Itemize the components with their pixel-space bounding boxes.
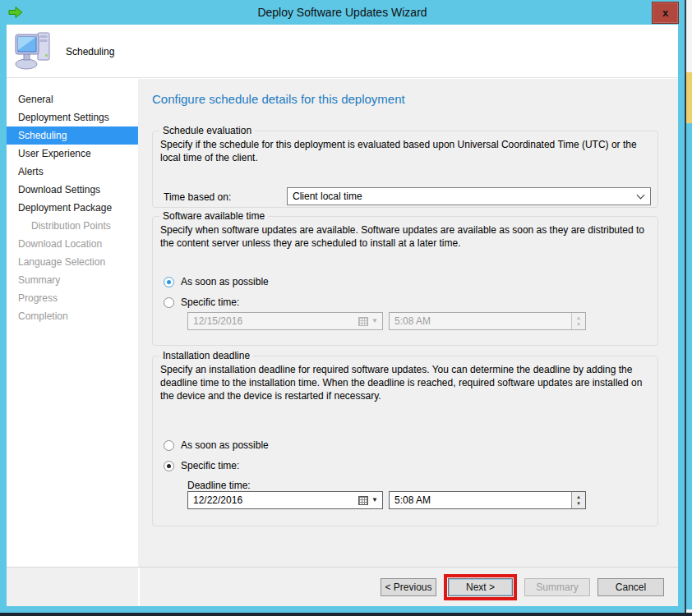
spinner-up-icon: ▴ (577, 494, 580, 500)
sidebar-item-distribution-points: Distribution Points (7, 217, 138, 235)
available-date-picker: 12/15/2016 ▼ (187, 312, 383, 330)
radio-label: Specific time: (181, 460, 239, 471)
cancel-button[interactable]: Cancel (597, 578, 664, 596)
schedule-evaluation-group: Schedule evaluation Specify if the sched… (152, 131, 658, 208)
chevron-down-icon (637, 191, 645, 199)
next-button-highlight: Next > (444, 574, 517, 600)
time-value: 5:08 AM (394, 494, 571, 506)
date-value: 12/15/2016 (193, 315, 358, 327)
page-title: Scheduling (66, 46, 114, 57)
summary-button: Summary (524, 578, 590, 596)
sidebar-item-download-location: Download Location (7, 235, 138, 253)
radio-label: Specific time: (181, 297, 239, 308)
radio-label: As soon as possible (181, 439, 269, 451)
taskbar-edge (0, 613, 692, 616)
sidebar-item-scheduling[interactable]: Scheduling (7, 126, 138, 145)
sidebar-item-summary: Summary (7, 271, 138, 289)
sidebar-item-user-experience[interactable]: User Experience (7, 145, 138, 163)
background-blue-patch (685, 123, 692, 609)
software-available-time-group: Software available time Specify when sof… (152, 216, 658, 346)
radio-selected-icon (164, 277, 174, 287)
next-button[interactable]: Next > (448, 578, 513, 596)
wizard-window: Deploy Software Updates Wizard x Schedul… (0, 0, 686, 613)
sidebar-item-alerts[interactable]: Alerts (7, 163, 138, 181)
deadline-asap-radio[interactable]: As soon as possible (164, 439, 269, 451)
sidebar-item-deployment-package[interactable]: Deployment Package (7, 199, 138, 217)
deadline-specific-time-radio[interactable]: Specific time: (164, 460, 239, 471)
dropdown-arrow-icon: ▼ (371, 318, 378, 324)
sidebar-item-deployment-settings[interactable]: Deployment Settings (7, 108, 138, 126)
dropdown-arrow-icon: ▼ (371, 497, 378, 503)
background-sliver (685, 0, 692, 616)
sidebar-item-general[interactable]: General (7, 90, 138, 108)
content-heading: Configure schedule details for this depl… (152, 92, 405, 106)
background-yellow-patch (685, 72, 692, 123)
spinner-up-icon: ▴ (577, 315, 580, 321)
previous-button[interactable]: < Previous (381, 578, 436, 596)
time-based-on-label: Time based on: (164, 191, 231, 203)
group-description: Specify when software updates are availa… (160, 223, 646, 250)
green-arrow-icon (8, 6, 23, 19)
wizard-footer: < Previous Next > Summary Cancel (7, 567, 678, 606)
sidebar-item-language-selection: Language Selection (7, 253, 138, 271)
date-value: 12/22/2016 (193, 494, 358, 506)
title-bar: Deploy Software Updates Wizard x (0, 0, 685, 25)
available-time-picker: 5:08 AM ▴ ▾ (389, 312, 586, 330)
spinner-down-icon: ▾ (577, 500, 580, 507)
radio-unselected-icon (164, 297, 174, 308)
main-content: Configure schedule details for this depl… (138, 79, 678, 567)
deadline-time-label: Deadline time: (187, 480, 251, 491)
installation-deadline-group: Installation deadline Specify an install… (152, 356, 658, 526)
wizard-steps-sidebar: General Deployment Settings Scheduling U… (7, 79, 138, 567)
computer-icon (14, 30, 57, 71)
sidebar-item-download-settings[interactable]: Download Settings (7, 181, 138, 199)
calendar-icon (358, 317, 368, 326)
window-body: Scheduling General Deployment Settings S… (7, 25, 678, 606)
sidebar-item-progress: Progress (7, 289, 138, 307)
available-asap-radio[interactable]: As soon as possible (164, 276, 269, 287)
radio-label: As soon as possible (181, 276, 269, 287)
group-description: Specify if the schedule for this deploym… (160, 138, 646, 164)
group-label: Schedule evaluation (159, 125, 255, 136)
spinner-down-icon: ▾ (577, 321, 580, 328)
group-label: Software available time (159, 210, 268, 222)
group-description: Specify an installation deadline for req… (160, 363, 646, 402)
time-spinner: ▴ ▾ (571, 313, 585, 329)
calendar-icon (358, 496, 368, 505)
time-based-on-select[interactable]: Client local time (287, 187, 651, 205)
deadline-time-picker[interactable]: 5:08 AM ▴ ▾ (389, 491, 586, 509)
window-title: Deploy Software Updates Wizard (257, 6, 427, 19)
wizard-header: Scheduling (7, 25, 678, 78)
group-label: Installation deadline (159, 350, 253, 361)
footer-divider (138, 568, 140, 606)
time-based-on-value: Client local time (293, 191, 638, 202)
time-spinner[interactable]: ▴ ▾ (571, 492, 585, 508)
close-icon[interactable]: x (652, 2, 679, 24)
radio-selected-icon (164, 461, 174, 471)
deadline-date-picker[interactable]: 12/22/2016 ▼ (187, 491, 383, 509)
radio-unselected-icon (164, 440, 174, 451)
available-specific-time-radio[interactable]: Specific time: (164, 297, 239, 308)
sidebar-item-completion: Completion (7, 307, 138, 325)
time-value: 5:08 AM (394, 315, 571, 327)
